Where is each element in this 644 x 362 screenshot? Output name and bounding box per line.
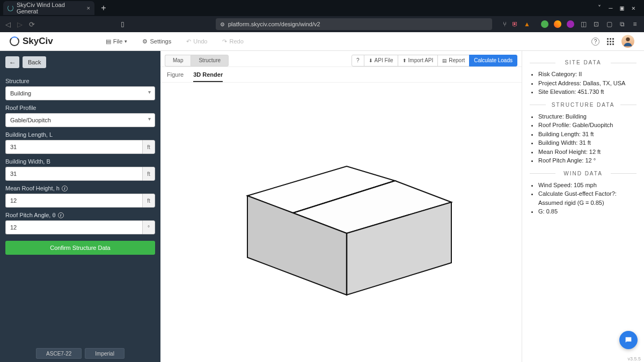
burger-icon[interactable]: ≡ — [631, 20, 639, 28]
panel-icon[interactable]: ▢ — [605, 20, 613, 28]
sd-width: Building Width: 31 ft — [538, 138, 636, 147]
tab-favicon — [8, 5, 13, 11]
gear-icon: ⚙ — [142, 38, 148, 45]
pitch-unit: ° — [142, 220, 155, 234]
maximize-icon[interactable]: ▣ — [620, 4, 624, 12]
site-data-heading: SITE DATA — [530, 60, 636, 65]
url-text: platform.skyciv.com/design/wind/v2 — [228, 21, 320, 27]
extension-icon[interactable] — [567, 20, 574, 28]
nav-forward-icon[interactable]: ▷ — [17, 20, 23, 28]
shield-icon[interactable]: ⛨ — [512, 20, 518, 28]
length-input[interactable] — [5, 140, 142, 154]
import-api-button[interactable]: ⬆Import API — [398, 55, 438, 67]
data-panel: SITE DATA Risk Category: II Project Addr… — [522, 51, 644, 362]
extension-icon[interactable] — [541, 20, 548, 28]
minimize-icon[interactable]: — — [609, 4, 612, 12]
extensions-icon[interactable]: ◫ — [580, 20, 587, 28]
pitch-label: Roof Pitch Angle, θi — [5, 212, 155, 218]
report-button[interactable]: ▤Report — [437, 55, 470, 67]
wind-data-heading: WIND DATA — [530, 171, 636, 176]
site-address: Project Address: Dallas, TX, USA — [538, 79, 636, 88]
pitch-input[interactable] — [5, 220, 142, 234]
settings-menu[interactable]: ⚙ Settings — [139, 36, 174, 47]
sd-height: Mean Roof Height: 12 ft — [538, 147, 636, 157]
height-label: Mean Roof Height, hi — [5, 185, 155, 191]
wind-g: G: 0.85 — [538, 207, 636, 216]
browser-url-bar: ◁ ▷ ⟳ ▯ ⚙ platform.skyciv.com/design/win… — [0, 16, 644, 32]
tab-structure[interactable]: Structure — [191, 55, 229, 67]
close-icon[interactable]: × — [87, 5, 90, 11]
building-3d-render — [194, 110, 489, 335]
height-unit: ft — [142, 194, 155, 208]
api-file-button[interactable]: ⬇API File — [364, 55, 398, 67]
site-risk: Risk Category: II — [538, 70, 636, 79]
tab-map[interactable]: Map — [165, 55, 191, 67]
window-controls: ˅ — ▣ ✕ — [598, 4, 641, 12]
undo-icon: ↶ — [186, 38, 191, 45]
sd-pitch: Roof Pitch Angle: 12 ° — [538, 156, 636, 165]
chat-button[interactable] — [619, 331, 638, 349]
apps-icon[interactable] — [607, 38, 614, 45]
site-elevation: Site Elevation: 451.730 ft — [538, 87, 636, 97]
avatar[interactable] — [621, 35, 634, 48]
extension-icon[interactable] — [554, 20, 561, 28]
wind-speed: Wind Speed: 105 mph — [538, 181, 636, 190]
file-menu[interactable]: ▤ File ▾ — [103, 36, 131, 47]
tab-3d-render[interactable]: 3D Render — [193, 71, 223, 82]
upload-icon: ⬆ — [402, 58, 407, 63]
browser-tab[interactable]: SkyCiv Wind Load Generat × — [3, 1, 94, 15]
tab-title: SkyCiv Wind Load Generat — [17, 2, 80, 14]
nav-back-icon[interactable]: ◁ — [5, 20, 11, 28]
tab-figure[interactable]: Figure — [167, 71, 184, 82]
sd-structure: Structure: Building — [538, 112, 636, 121]
warning-icon[interactable]: ▲ — [524, 20, 530, 28]
info-icon[interactable]: i — [62, 186, 68, 191]
width-label: Building Width, B — [5, 158, 155, 165]
browser-tab-bar: SkyCiv Wind Load Generat × + ˅ — ▣ ✕ — [0, 0, 644, 16]
chevron-down-icon: ▾ — [125, 39, 127, 44]
redo-button[interactable]: ↷ Redo — [219, 36, 246, 47]
new-tab-button[interactable]: + — [99, 3, 108, 13]
undo-button[interactable]: ↶ Undo — [183, 36, 210, 47]
app-header: SkyCiv ▤ File ▾ ⚙ Settings ↶ Undo ↷ Redo… — [0, 32, 644, 51]
site-settings-icon[interactable]: ⚙ — [220, 21, 225, 27]
bookmark-icon[interactable]: ▯ — [121, 20, 125, 28]
roof-profile-select[interactable]: Gable/Duopitch — [5, 113, 155, 127]
help-icon[interactable]: ? — [591, 38, 599, 46]
sd-length: Building Length: 31 ft — [538, 130, 636, 139]
document-icon: ▤ — [442, 58, 447, 63]
address-bar[interactable]: ⚙ platform.skyciv.com/design/wind/v2 — [216, 18, 492, 30]
structure-select[interactable]: Building — [5, 86, 155, 100]
download-icon[interactable]: ⊡ — [592, 20, 600, 28]
center-toolbar: Map Structure ? ⬇API File ⬆Import API ▤R… — [160, 51, 522, 67]
svg-point-0 — [626, 38, 630, 41]
back-button[interactable]: Back — [23, 56, 46, 68]
calculate-button[interactable]: Calculate Loads — [469, 55, 517, 67]
code-button[interactable]: ASCE7-22 — [36, 348, 82, 359]
sd-roof: Roof Profile: Gable/Duopitch — [538, 121, 636, 130]
length-label: Building Length, L — [5, 131, 155, 138]
reader-icon[interactable]: ⧉ — [618, 20, 626, 28]
render-viewport[interactable] — [160, 83, 522, 362]
length-unit: ft — [142, 140, 155, 154]
download-icon: ⬇ — [369, 58, 373, 63]
render-tabs: Figure 3D Render — [160, 67, 522, 83]
window-close-icon[interactable]: ✕ — [632, 4, 635, 12]
help-button[interactable]: ? — [352, 55, 364, 67]
reload-icon[interactable]: ⟳ — [29, 20, 35, 28]
logo[interactable]: SkyCiv — [10, 36, 53, 47]
width-input[interactable] — [5, 167, 142, 181]
info-icon[interactable]: i — [58, 212, 64, 218]
logo-icon — [10, 36, 19, 46]
confirm-button[interactable]: Confirm Structure Data — [5, 241, 155, 255]
file-icon: ▤ — [106, 38, 111, 45]
height-input[interactable] — [5, 194, 142, 208]
version-label: v3.5.5 — [627, 356, 641, 361]
units-button[interactable]: Imperial — [85, 348, 125, 359]
back-icon-button[interactable]: ← — [5, 56, 19, 68]
chevron-down-icon[interactable]: ˅ — [598, 4, 601, 12]
center-pane: Map Structure ? ⬇API File ⬆Import API ▤R… — [160, 51, 522, 362]
share-icon[interactable]: ⑂ — [503, 20, 507, 28]
structure-label: Structure — [5, 78, 155, 84]
structure-data-heading: STRUCTURE DATA — [530, 102, 636, 108]
